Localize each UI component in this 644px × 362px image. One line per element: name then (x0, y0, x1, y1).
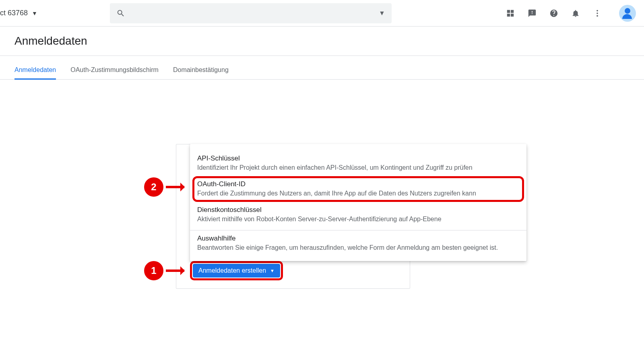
search-icon (116, 9, 125, 18)
menu-item-title: Auswahlhilfe (197, 234, 519, 243)
annotation-badge: 2 (144, 177, 163, 197)
annotation-step-1: 1 (144, 261, 184, 280)
page-title: Anmeldedaten (14, 35, 644, 47)
gift-icon[interactable] (506, 8, 515, 18)
title-row: Anmeldedaten (0, 27, 644, 56)
tab-domain-verification[interactable]: Domainbestätigung (173, 66, 229, 79)
svg-point-5 (597, 12, 598, 14)
chevron-down-icon: ▼ (270, 268, 275, 273)
svg-rect-2 (507, 13, 510, 16)
topbar: ct 63768 ▼ ▼ (0, 0, 644, 27)
tab-anmeldedaten[interactable]: Anmeldedaten (14, 66, 56, 79)
svg-rect-0 (507, 10, 510, 12)
create-credentials-button[interactable]: Anmeldedaten erstellen ▼ (193, 264, 280, 278)
more-vert-icon[interactable] (592, 8, 602, 18)
menu-item-api-key[interactable]: API-Schlüssel Identifiziert Ihr Projekt … (190, 150, 526, 176)
search-input[interactable]: ▼ (110, 3, 392, 23)
main-area: API-Schlüssel Identifiziert Ihr Projekt … (0, 80, 644, 361)
menu-item-desc: Aktiviert mithilfe von Robot-Konten Serv… (197, 216, 519, 223)
feedback-icon[interactable] (527, 8, 537, 18)
svg-rect-1 (511, 10, 514, 12)
svg-point-6 (597, 15, 598, 16)
notifications-icon[interactable] (571, 8, 580, 18)
project-name: ct 63768 (0, 9, 28, 17)
annotation-highlight-1: Anmeldedaten erstellen ▼ (190, 261, 283, 280)
help-icon[interactable] (549, 8, 559, 18)
tabs: Anmeldedaten OAuth-Zustimmungsbildschirm… (0, 56, 644, 80)
menu-item-desc: Fordert die Zustimmung des Nutzers an, d… (197, 190, 519, 197)
menu-item-oauth-client-id[interactable]: OAuth-Client-ID Fordert die Zustimmung d… (190, 176, 526, 202)
arrow-right-icon (166, 269, 184, 272)
avatar[interactable] (619, 5, 636, 22)
annotation-badge: 1 (144, 261, 163, 280)
menu-item-title: Dienstkontoschlüssel (197, 206, 519, 214)
tab-oauth-consent[interactable]: OAuth-Zustimmungsbildschirm (70, 66, 159, 79)
project-selector[interactable]: ct 63768 ▼ (0, 9, 45, 17)
chevron-down-icon: ▼ (32, 10, 37, 16)
menu-item-title: API-Schlüssel (197, 154, 519, 162)
topbar-icons (506, 5, 636, 22)
menu-item-desc: Identifiziert Ihr Projekt durch einen ei… (197, 164, 519, 171)
svg-rect-3 (511, 13, 514, 16)
svg-point-4 (597, 10, 598, 11)
button-label: Anmeldedaten erstellen (198, 267, 266, 274)
menu-item-help-me-choose[interactable]: Auswahlhilfe Beantworten Sie einige Frag… (190, 230, 526, 256)
menu-item-service-account-key[interactable]: Dienstkontoschlüssel Aktiviert mithilfe … (190, 202, 526, 228)
arrow-right-icon (166, 186, 184, 188)
menu-item-title: OAuth-Client-ID (197, 180, 519, 188)
chevron-down-icon: ▼ (379, 10, 385, 17)
create-credentials-menu: API-Schlüssel Identifiziert Ihr Projekt … (190, 144, 526, 261)
menu-item-desc: Beantworten Sie einige Fragen, um heraus… (197, 244, 519, 251)
annotation-step-2: 2 (144, 177, 184, 197)
